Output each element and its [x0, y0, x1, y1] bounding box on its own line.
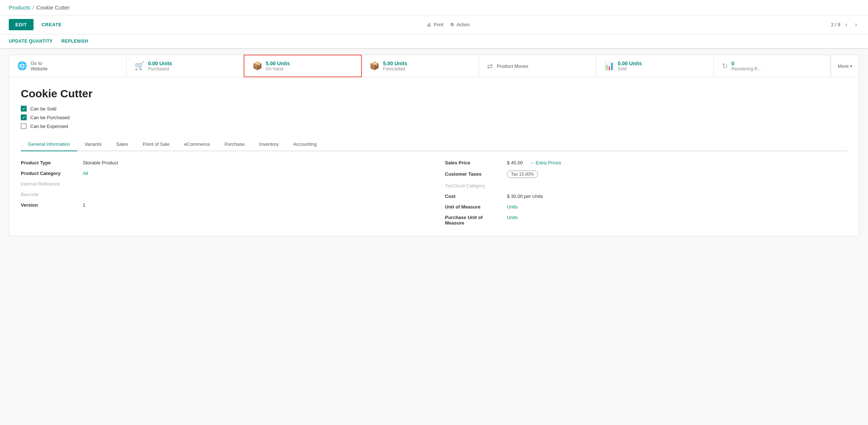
internal-reference-row: Internal Reference	[21, 181, 423, 187]
customer-taxes-label: Customer Taxes	[445, 171, 503, 177]
unit-of-measure-label: Unit of Measure	[445, 204, 503, 210]
tax-badge[interactable]: Tax 15.00%	[507, 171, 538, 178]
stat-sold-value: 0.00 Units	[618, 61, 642, 66]
sales-price-value: $ 45.00	[507, 160, 523, 165]
checkboxes: Can be Sold Can be Purchased Can be Expe…	[21, 106, 847, 129]
stat-on-hand-label: On Hand	[266, 66, 290, 71]
extra-prices-link[interactable]: → Extra Prices	[529, 160, 561, 165]
tab-point-of-sale[interactable]: Point of Sale	[135, 138, 177, 151]
breadcrumb-separator: /	[32, 4, 34, 11]
gear-icon	[450, 22, 454, 27]
toolbar-center: Print Action	[427, 22, 470, 27]
can-be-expensed-row[interactable]: Can be Expensed	[21, 123, 847, 129]
tab-ecommerce[interactable]: eCommerce	[177, 138, 217, 151]
more-label: More	[838, 63, 849, 69]
tab-sales[interactable]: Sales	[109, 138, 136, 151]
taxcloud-row: TaxCloud Category	[445, 183, 847, 188]
tab-purchase[interactable]: Purchase	[217, 138, 252, 151]
form-grid: Product Type Storable Product Product Ca…	[21, 160, 847, 226]
stat-more[interactable]: More ▾	[831, 55, 859, 77]
stat-website[interactable]: 🌐 Go toWebsite	[9, 55, 127, 77]
customer-taxes-row: Customer Taxes Tax 15.00%	[445, 171, 847, 178]
tab-general-information[interactable]: General Information	[21, 138, 77, 151]
purchase-unit-value[interactable]: Units	[507, 215, 518, 220]
print-action[interactable]: Print	[427, 22, 443, 27]
can-be-sold-row[interactable]: Can be Sold	[21, 106, 847, 112]
form-left: Product Type Storable Product Product Ca…	[21, 160, 423, 226]
stat-purchased-label: Purchased	[148, 66, 172, 71]
can-be-purchased-row[interactable]: Can be Purchased	[21, 114, 847, 120]
action-label: Action	[457, 22, 470, 27]
stat-product-moves-label: Product Moves	[497, 63, 528, 69]
prev-button[interactable]: ‹	[843, 20, 850, 29]
breadcrumb-parent[interactable]: Products	[9, 4, 30, 11]
main-content: Cookie Cutter Can be Sold Can be Purchas…	[9, 77, 859, 236]
extra-prices-label: Extra Prices	[535, 160, 561, 165]
purchase-unit-label: Purchase Unit ofMeasure	[445, 215, 503, 226]
sales-price-row: Sales Price $ 45.00 → Extra Prices	[445, 160, 847, 165]
form-right: Sales Price $ 45.00 → Extra Prices Custo…	[445, 160, 847, 226]
create-button[interactable]: CREATE	[38, 19, 65, 30]
tabs: General Information Variants Sales Point…	[21, 138, 847, 151]
cost-row: Cost $ 30.00 per Units	[445, 194, 847, 199]
stat-on-hand-value: 5.00 Units	[266, 61, 290, 66]
stat-forecasted-value: 5.00 Units	[383, 61, 407, 66]
product-type-value: Storable Product	[83, 160, 118, 165]
product-type-row: Product Type Storable Product	[21, 160, 423, 165]
chart-icon: 📊	[604, 61, 614, 71]
purchase-unit-row: Purchase Unit ofMeasure Units	[445, 215, 847, 226]
barcode-row: Barcode	[21, 192, 423, 197]
version-label: Version	[21, 202, 79, 208]
stat-forecasted[interactable]: 📦 5.00 Units Forecasted	[361, 55, 479, 77]
boxes-icon: 📦	[252, 61, 262, 71]
toolbar: EDIT CREATE Print Action 2 / 9 ‹ ›	[0, 15, 868, 34]
stat-sold-label: Sold	[618, 66, 642, 71]
version-value: 1	[83, 202, 85, 208]
action-bar: UPDATE QUANTITY REPLENISH	[0, 34, 868, 49]
product-category-value[interactable]: All	[83, 171, 88, 176]
tab-variants[interactable]: Variants	[77, 138, 109, 151]
stat-on-hand[interactable]: 📦 5.00 Units On Hand	[244, 55, 362, 77]
cart-icon: 🛒	[135, 61, 144, 71]
print-icon	[427, 22, 431, 27]
stat-reordering-label: Reordering R...	[732, 66, 761, 71]
taxcloud-label: TaxCloud Category	[445, 183, 503, 188]
globe-icon: 🌐	[17, 61, 27, 71]
product-type-label: Product Type	[21, 160, 79, 165]
breadcrumb: Products / Cookie Cutter	[0, 0, 868, 15]
can-be-expensed-label: Can be Expensed	[30, 124, 68, 129]
product-title: Cookie Cutter	[21, 87, 847, 100]
chevron-down-icon: ▾	[850, 64, 852, 69]
sales-price-label: Sales Price	[445, 160, 503, 165]
next-button[interactable]: ›	[853, 20, 859, 29]
can-be-sold-checkbox[interactable]	[21, 106, 27, 112]
refresh-icon: ↻	[722, 62, 728, 70]
stat-sold[interactable]: 📊 0.00 Units Sold	[596, 55, 714, 77]
stat-website-label: Go toWebsite	[31, 61, 48, 71]
can-be-expensed-checkbox[interactable]	[21, 123, 27, 129]
stat-purchased[interactable]: 🛒 0.00 Units Purchased	[127, 55, 244, 77]
stats-bar: 🌐 Go toWebsite 🛒 0.00 Units Purchased 📦 …	[9, 55, 859, 77]
tab-accounting[interactable]: Accounting	[286, 138, 324, 151]
stat-reordering-value: 0	[732, 61, 761, 66]
tab-inventory[interactable]: Inventory	[252, 138, 286, 151]
update-quantity-button[interactable]: UPDATE QUANTITY	[9, 37, 53, 45]
toolbar-right: 2 / 9 ‹ ›	[831, 20, 859, 29]
product-category-row: Product Category All	[21, 171, 423, 176]
can-be-sold-label: Can be Sold	[30, 106, 57, 112]
product-category-label: Product Category	[21, 171, 79, 176]
action-action[interactable]: Action	[450, 22, 470, 27]
edit-button[interactable]: EDIT	[9, 19, 34, 30]
internal-reference-label: Internal Reference	[21, 181, 79, 187]
print-label: Print	[434, 22, 443, 27]
can-be-purchased-label: Can be Purchased	[30, 115, 70, 120]
forecasted-icon: 📦	[369, 61, 379, 71]
can-be-purchased-checkbox[interactable]	[21, 114, 27, 120]
stat-product-moves[interactable]: ⇄ Product Moves	[479, 55, 596, 77]
cost-value: $ 30.00 per Units	[507, 194, 543, 199]
stat-reordering[interactable]: ↻ 0 Reordering R...	[714, 55, 831, 77]
replenish-button[interactable]: REPLENISH	[62, 37, 88, 45]
toolbar-left: EDIT CREATE	[9, 19, 65, 30]
cost-label: Cost	[445, 194, 503, 199]
unit-of-measure-value[interactable]: Units	[507, 204, 518, 210]
